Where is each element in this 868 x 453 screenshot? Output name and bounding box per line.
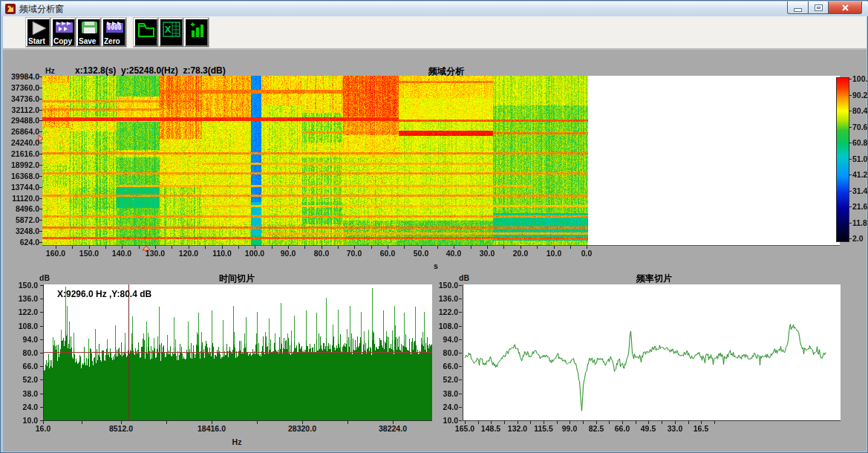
spectrogram-x-tick: 70.0 — [338, 249, 371, 258]
freq-slice-x-tickmark — [675, 421, 676, 424]
colorbar-tick: 80.4 — [852, 106, 867, 115]
spectrogram-y-tickmark — [39, 165, 42, 166]
colorbar-tick: 60.8 — [852, 138, 867, 147]
spectrogram-x-tick: 160.0 — [39, 249, 72, 258]
freq-slice-x-tickmark — [714, 421, 715, 424]
time-slice-x-tickmark — [257, 421, 258, 424]
time-slice-x-tick: 28320.0 — [283, 424, 322, 433]
time-slice-y-tick: 80.0 — [1, 348, 38, 357]
spectrogram-y-tickmark — [39, 88, 42, 88]
freq-slice-y-tick: 38.0 — [421, 389, 458, 398]
spectrogram-y-tickmark — [39, 154, 42, 154]
spectrogram-y-tick: 3248.0 — [1, 226, 39, 235]
freq-slice-y-tick: 24.0 — [421, 403, 458, 411]
freq-slice-y-tickmark — [459, 394, 462, 394]
time-slice-y-tickmark — [40, 407, 43, 408]
spectrogram-y-tick: 24240.0 — [1, 138, 39, 147]
spectrogram-y-tick: 39984.0 — [1, 72, 39, 81]
spectrogram-canvas[interactable] — [42, 76, 840, 246]
colorbar-tick: 51.0 — [852, 154, 867, 163]
spectrogram-x-tick: 150.0 — [73, 249, 105, 258]
colorbar-tickmark — [849, 127, 852, 128]
spectrogram-y-tick: 11120.0 — [1, 194, 39, 203]
freq-slice-y-tickmark — [459, 366, 462, 367]
spectrogram-x-tick: 20.0 — [504, 249, 537, 258]
freq-slice-x-tickmark — [518, 421, 518, 424]
freq-slice-y-tickmark — [459, 407, 462, 408]
colorbar-tickmark — [849, 206, 852, 207]
spectrogram-y-tickmark — [39, 110, 42, 111]
colorbar-tick: 41.2 — [852, 170, 867, 179]
freq-slice-y-tickmark — [459, 339, 462, 340]
freq-slice-y-tick: 122.0 — [421, 307, 458, 316]
time-slice-y-tick: 38.0 — [1, 389, 38, 398]
time-slice-x-tick: 38224.0 — [373, 424, 412, 433]
time-slice-y-tick: 94.0 — [1, 335, 38, 344]
spectrogram-y-tick: 13744.0 — [1, 183, 39, 192]
time-slice-x-tickmark — [43, 421, 44, 424]
freq-slice-x-tickmark — [544, 421, 544, 424]
spectrogram-x-tick: 130.0 — [139, 249, 172, 258]
time-slice-y-tick: 150.0 — [1, 281, 38, 290]
colorbar-tickmark — [849, 223, 852, 224]
spectrogram-y-tickmark — [39, 209, 42, 209]
spectrogram-y-tickmark — [39, 198, 42, 199]
colorbar-tickmark — [849, 95, 852, 96]
freq-slice-y-tick: 108.0 — [421, 322, 458, 330]
spectrogram-x-tick: 50.0 — [405, 249, 437, 258]
time-slice-y-tickmark — [40, 285, 43, 286]
time-slice-x-tickmark — [302, 421, 303, 424]
spectrogram-x-tick: 30.0 — [471, 249, 503, 258]
spectrogram-y-tickmark — [39, 231, 42, 232]
spectrogram-x-tick: 10.0 — [538, 249, 570, 258]
time-slice-y-tickmark — [40, 312, 43, 313]
spectrogram-y-tick: 16368.0 — [1, 172, 39, 180]
time-slice-x-tick: 8512.0 — [102, 424, 140, 433]
colorbar-canvas — [836, 77, 849, 242]
spectrogram-y-tickmark — [39, 187, 42, 188]
freq-slice-y-tickmark — [459, 326, 462, 327]
time-slice-x-tickmark — [393, 421, 394, 424]
spectrogram-x-tick: 60.0 — [371, 249, 404, 258]
colorbar-tick: 31.4 — [852, 186, 867, 195]
time-slice-canvas[interactable] — [43, 284, 432, 421]
spectrogram-y-tickmark — [39, 220, 42, 221]
spectrogram-x-tick: 90.0 — [272, 249, 304, 258]
spectrogram-x-tick: 110.0 — [206, 249, 238, 258]
freq-slice-x-tickmark — [570, 421, 570, 424]
freq-slice-y-tick: 94.0 — [421, 335, 458, 344]
time-slice-y-tickmark — [40, 366, 43, 367]
time-slice-x-tickmark — [82, 421, 82, 424]
freq-slice-y-unit: dB — [459, 273, 469, 282]
spectrogram-y-tick: 37360.0 — [1, 83, 39, 92]
spectrogram-x-tick: 100.0 — [238, 249, 271, 258]
spectrogram-y-tick: 21616.0 — [1, 149, 39, 158]
colorbar-tick: 11.8 — [852, 218, 867, 227]
time-slice-y-tickmark — [40, 326, 43, 327]
spectrogram-y-tick: 34736.0 — [1, 94, 39, 103]
freq-slice-y-tick: 80.0 — [421, 348, 458, 357]
spectrogram-y-tick: 32112.0 — [1, 105, 39, 114]
freq-slice-y-tick: 150.0 — [421, 281, 458, 290]
time-slice-y-unit: dB — [39, 273, 50, 282]
time-slice-y-tickmark — [40, 339, 43, 340]
colorbar-tickmark — [849, 175, 852, 175]
time-slice-y-tickmark — [40, 353, 43, 353]
spectrogram-x-tick: 80.0 — [305, 249, 338, 258]
cursor-readout: x:132.8(s) y:25248.0(Hz) z:78.3(dB) — [75, 65, 226, 76]
app-window: 频域分析窗 Start Copy Save 0000 Zero — [0, 0, 868, 453]
freq-slice-x-tick: 16.5 — [683, 424, 719, 433]
spectrogram-y-tick: 5872.0 — [1, 215, 39, 224]
spectrogram-y-tick: 29488.0 — [1, 116, 39, 125]
freq-slice-y-tickmark — [459, 285, 462, 286]
time-slice-x-tickmark — [166, 421, 167, 424]
freq-slice-x-tickmark — [648, 421, 649, 424]
spectrogram-x-tick: 120.0 — [172, 249, 205, 258]
freq-slice-y-tickmark — [459, 299, 462, 299]
freq-slice-y-tickmark — [459, 312, 462, 313]
freq-slice-canvas[interactable] — [463, 284, 841, 421]
freq-slice-y-tick: 66.0 — [421, 362, 458, 371]
colorbar-tickmark — [849, 159, 852, 160]
colorbar-tickmark — [849, 79, 852, 79]
charts-layer: Hz x:132.8(s) y:25248.0(Hz) z:78.3(dB) 频… — [1, 1, 868, 453]
